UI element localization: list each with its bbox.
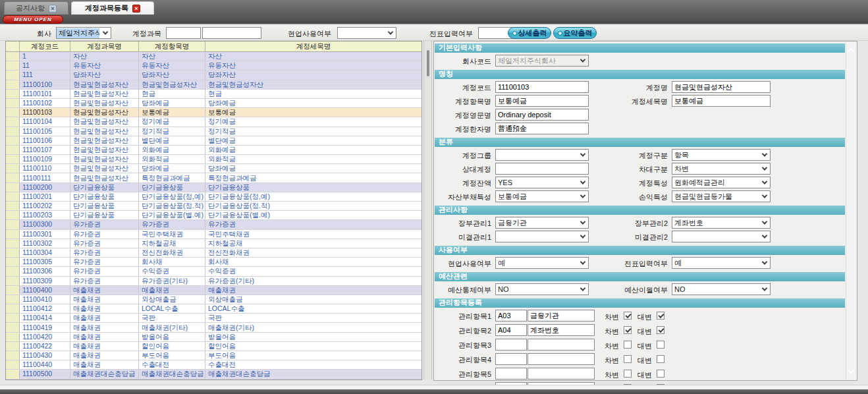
table-row[interactable]: 11100111현금및현금성자산특정현금과예금특정현금과예금	[6, 173, 421, 183]
table-row[interactable]: 11100306유가증권수익증권수익증권	[6, 267, 421, 276]
row-selector-cell[interactable]	[6, 61, 20, 70]
row-selector-cell[interactable]	[6, 220, 20, 229]
chevron-down-icon[interactable]	[848, 368, 855, 374]
table-row[interactable]: 11100200단기금융상품단기금융상품단기금융상품	[6, 183, 421, 192]
mgmt-name-input[interactable]	[528, 353, 595, 365]
dropdown[interactable]	[495, 149, 589, 161]
mgmt-code-input[interactable]	[495, 339, 527, 351]
table-row[interactable]: 11100106현금및현금성자산별단예금별단예금	[6, 136, 421, 146]
table-row[interactable]: 1자산자산자산	[6, 52, 421, 61]
row-selector-cell[interactable]	[6, 230, 20, 239]
table-row[interactable]: 11100400매출채권매출채권매출채권	[6, 286, 421, 295]
table-row[interactable]: 11100300유가증권유가증권유가증권	[6, 220, 421, 229]
row-selector-cell[interactable]	[6, 183, 20, 192]
mgmt-code-input[interactable]	[495, 353, 527, 365]
dropdown[interactable]: 원화예적금관리	[672, 177, 771, 188]
row-selector-cell[interactable]	[6, 342, 20, 351]
row-selector-cell[interactable]	[6, 333, 20, 341]
row-selector-cell[interactable]	[6, 192, 20, 201]
table-row[interactable]: 11100304유가증권전신전화채권전신전화채권	[6, 248, 421, 258]
row-selector-cell[interactable]	[6, 370, 20, 378]
table-row[interactable]: 11100201단기금융상품단기금융상품(정,예)단기금융상품(정,예)	[6, 192, 421, 202]
row-selector-cell[interactable]	[6, 277, 20, 285]
mgmt-name-input[interactable]	[528, 368, 595, 380]
dropdown[interactable]: 예	[672, 257, 771, 269]
table-row[interactable]: 11100105현금및현금성자산정기적금정기적금	[6, 127, 421, 136]
row-selector-cell[interactable]	[6, 239, 20, 248]
mgmt-code-input[interactable]	[495, 310, 527, 322]
text-input[interactable]	[495, 163, 589, 175]
table-row[interactable]: 11100101현금및현금성자산현금현금	[6, 90, 421, 99]
company-select[interactable]: 제일저지주식회사	[56, 27, 111, 39]
text-input[interactable]	[495, 95, 589, 107]
table-row[interactable]: 111당좌자산당좌자산당좌자산	[6, 70, 421, 80]
table-row[interactable]: 11100305유가증권회사채회사채	[6, 258, 421, 267]
table-row[interactable]: 11100301유가증권국민주택채권국민주택채권	[6, 230, 421, 239]
debit-checkbox[interactable]	[624, 355, 632, 363]
row-selector-cell[interactable]	[6, 90, 20, 98]
table-row[interactable]: 11100414매출채권국판국판	[6, 314, 421, 323]
table-row[interactable]: 11100419매출채권매출채권(기타)매출채권(기타)	[6, 323, 421, 332]
table-row[interactable]: 11100412매출채권LOCAL수출LOCAL수출	[6, 304, 421, 314]
dropdown[interactable]: NO	[672, 283, 771, 295]
dropdown[interactable]: YES	[495, 177, 589, 188]
chevron-up-icon[interactable]	[848, 48, 855, 55]
table-row[interactable]: 11100500매출채권대손충당금매출채권대손충당금매출채권대손충당금	[6, 370, 421, 379]
mgmt-name-input[interactable]	[528, 310, 595, 322]
summary-print-button[interactable]: 요약출력	[553, 27, 597, 39]
credit-checkbox[interactable]	[657, 326, 665, 334]
row-selector-cell[interactable]	[6, 267, 20, 275]
row-selector-cell[interactable]	[6, 211, 20, 219]
row-selector-cell[interactable]	[6, 304, 20, 313]
credit-checkbox[interactable]	[657, 312, 665, 320]
row-selector-cell[interactable]	[6, 136, 20, 145]
row-selector-cell[interactable]	[6, 127, 20, 136]
field-use-select[interactable]	[337, 27, 396, 39]
text-input[interactable]	[672, 81, 771, 93]
row-selector-cell[interactable]	[6, 146, 20, 154]
table-row[interactable]: 11100100현금및현금성자산현금및현금성자산현금및현금성자산	[6, 80, 421, 90]
table-row[interactable]: 11100422매출채권할인어음할인어음	[6, 342, 421, 351]
debit-checkbox[interactable]	[624, 341, 632, 349]
tab-close-icon[interactable]: ×	[49, 5, 57, 13]
dropdown[interactable]: 금융기관	[495, 217, 589, 229]
table-row[interactable]: 11100202단기금융상품단기금융상품(정.적)단기금융상품(정.적)	[6, 202, 421, 211]
dropdown[interactable]	[495, 231, 589, 242]
row-selector-cell[interactable]	[6, 164, 20, 173]
row-selector-cell[interactable]	[6, 286, 20, 295]
scrollbar-thumb[interactable]	[427, 50, 429, 76]
dropdown[interactable]: 예	[495, 257, 589, 269]
tab-notice[interactable]: 공지사항 ×	[4, 1, 68, 14]
credit-checkbox[interactable]	[657, 341, 665, 349]
panel-scrollbar[interactable]	[846, 42, 856, 380]
tab-account-registration[interactable]: 계정과목등록 ×	[71, 1, 154, 14]
dropdown[interactable]: 차변	[672, 163, 771, 175]
table-row[interactable]: 11100107현금및현금성자산외화예금외화예금	[6, 146, 421, 155]
tab-close-icon[interactable]: ×	[132, 5, 140, 13]
table-row[interactable]: 11100309유가증권유가증권(기타)유가증권(기타)	[6, 277, 421, 286]
debit-checkbox[interactable]	[624, 326, 632, 334]
dropdown[interactable]: 보통예금	[495, 190, 589, 202]
table-row[interactable]: 11100104현금및현금성자산정기예금정기예금	[6, 117, 421, 127]
detail-print-button[interactable]: 상세출력	[508, 27, 551, 39]
text-input[interactable]	[495, 109, 589, 121]
dropdown[interactable]: 현금및현금등가물	[672, 190, 771, 202]
table-row[interactable]: 11100102현금및현금성자산당좌예금당좌예금	[6, 99, 421, 108]
dropdown[interactable]: 항목	[672, 149, 771, 161]
row-selector-cell[interactable]	[6, 99, 20, 107]
dropdown[interactable]: 제일저지주식회사	[495, 55, 589, 67]
table-row[interactable]: 11100103현금및현금성자산보통예금보통예금	[6, 108, 421, 117]
credit-checkbox[interactable]	[657, 370, 665, 378]
debit-checkbox[interactable]	[624, 370, 632, 378]
row-selector-cell[interactable]	[6, 323, 20, 331]
row-selector-cell[interactable]	[6, 202, 20, 210]
table-row[interactable]: 11100203단기금융상품단기금융상품(별.예)단기금융상품(별.예)	[6, 211, 421, 220]
text-input[interactable]	[495, 123, 589, 134]
table-row[interactable]: 11100430매출채권부도어음부도어음	[6, 351, 421, 360]
row-selector-cell[interactable]	[6, 80, 20, 89]
account-name-input[interactable]	[202, 27, 261, 39]
row-selector-cell[interactable]	[6, 295, 20, 304]
row-selector-cell[interactable]	[6, 258, 20, 266]
row-selector-cell[interactable]	[6, 351, 20, 360]
account-code-input[interactable]	[166, 27, 201, 39]
